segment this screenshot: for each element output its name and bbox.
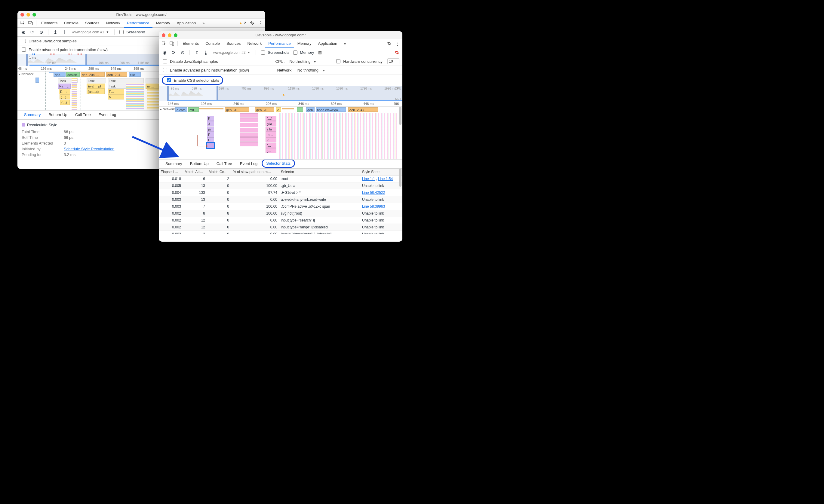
tab-application[interactable]: Application	[174, 19, 199, 28]
titlebar[interactable]: DevTools - www.google.com/	[17, 11, 265, 19]
tab-console[interactable]: Console	[202, 39, 223, 48]
tab-performance[interactable]: Performance	[265, 39, 294, 48]
table-row[interactable]: 0.00288100.00svg:not(:root)Unable to lin…	[159, 210, 402, 217]
col-slow-path[interactable]: % of slow-path non-m…	[231, 168, 279, 175]
tab-performance[interactable]: Performance	[124, 19, 152, 28]
dtab-selector-stats[interactable]: Selector Stats	[262, 159, 295, 168]
close-icon[interactable]	[20, 13, 24, 16]
stylesheet-link[interactable]: Line 58:39963	[362, 204, 385, 209]
more-icon[interactable]: ⋮	[393, 40, 401, 47]
cpu-select[interactable]: No throttling ▼	[290, 59, 317, 64]
stylesheet-link[interactable]: Line 1:54	[378, 177, 393, 181]
overview-minimap[interactable]: CPU NET 96 ms 396 ms 596 ms 796 ms 996 m…	[159, 86, 402, 101]
dtab-call-tree[interactable]: Call Tree	[213, 159, 236, 168]
tab-sources[interactable]: Sources	[82, 19, 103, 28]
selector-stats-table-wrap[interactable]: Elapsed …▼ Match Att… Match Co… % of slo…	[159, 168, 402, 234]
dtab-event-log[interactable]: Event Log	[95, 111, 120, 119]
tab-elements[interactable]: Elements	[180, 39, 202, 48]
clear-icon[interactable]: ⊘	[179, 49, 186, 56]
col-stylesheet[interactable]: Style Sheet	[360, 168, 402, 175]
tab-console[interactable]: Console	[61, 19, 82, 28]
table-row[interactable]: 0.005130100.00.gb_Uc aUnable to link	[159, 182, 402, 190]
warnings-badge[interactable]: ▲2	[237, 21, 248, 25]
css-selector-stats-checkbox[interactable]: Enable CSS selector stats	[166, 77, 219, 83]
table-row[interactable]: 0.0021200.00input[type="range" i]:disabl…	[159, 224, 402, 231]
range-handle-left[interactable]	[26, 54, 28, 66]
adv-paint-checkbox[interactable]: Enable advanced paint instrumentation (s…	[162, 67, 249, 73]
tab-memory[interactable]: Memory	[294, 39, 315, 48]
inspect-icon[interactable]	[19, 19, 26, 27]
gear-icon[interactable]	[248, 19, 255, 27]
panel-tabs: Elements Console Sources Network Perform…	[159, 39, 402, 48]
clear-icon[interactable]: ⊘	[38, 29, 44, 35]
table-row[interactable]: 0.018620.00:rootLine 1:1 , Line 1:54	[159, 175, 402, 182]
scrollbar[interactable]	[399, 168, 402, 234]
hw-concurrency-input[interactable]	[387, 58, 399, 64]
dtab-summary[interactable]: Summary	[162, 159, 186, 168]
zoom-icon[interactable]	[174, 33, 178, 37]
memory-checkbox[interactable]: Memory	[292, 49, 314, 55]
minimize-icon[interactable]	[26, 13, 30, 16]
record-icon[interactable]: ◉	[161, 49, 168, 56]
stylesheet-link[interactable]: Line 1:1	[362, 177, 375, 181]
screenshots-checkbox[interactable]: Screensho	[118, 29, 145, 35]
minimize-icon[interactable]	[168, 33, 172, 37]
ruler[interactable]: 146 ms 196 ms 246 ms 296 ms 346 ms 396 m…	[159, 101, 402, 107]
download-icon[interactable]: ⭳	[61, 29, 68, 35]
col-match-count[interactable]: Match Co…	[207, 168, 231, 175]
reload-icon[interactable]: ⟳	[29, 29, 35, 35]
screenshots-checkbox[interactable]: Screenshots	[260, 49, 289, 55]
col-selector[interactable]: Selector	[279, 168, 360, 175]
tab-elements[interactable]: Elements	[38, 19, 61, 28]
table-row[interactable]: 0.004133097.74.HG1dvd > *Line 58:42522	[159, 190, 402, 196]
cpu-label: CPU:	[276, 59, 285, 64]
scrollbar[interactable]	[399, 107, 402, 159]
disable-js-checkbox[interactable]: Disable JavaScript samples	[162, 58, 218, 64]
dtab-event-log[interactable]: Event Log	[236, 159, 261, 168]
gear-icon[interactable]	[386, 40, 393, 47]
upload-icon[interactable]: ↥	[193, 49, 200, 56]
device-icon[interactable]	[27, 19, 34, 27]
tab-network[interactable]: Network	[103, 19, 124, 28]
tab-sources[interactable]: Sources	[223, 39, 244, 48]
recording-select[interactable]: www.google.com #2▼	[211, 49, 252, 56]
traffic-lights	[20, 13, 36, 16]
close-icon[interactable]	[162, 33, 166, 37]
range-handle-left[interactable]	[167, 86, 169, 101]
tab-network[interactable]: Network	[244, 39, 265, 48]
download-icon[interactable]: ⭳	[202, 49, 209, 56]
table-row[interactable]: 0.00370100.00.CqmPRe:active .oXqZxc span…	[159, 203, 402, 210]
dtab-bottom-up[interactable]: Bottom-Up	[187, 159, 212, 168]
tab-application[interactable]: Application	[315, 39, 340, 48]
dtab-bottom-up[interactable]: Bottom-Up	[45, 111, 71, 119]
record-icon[interactable]: ◉	[20, 29, 26, 35]
flame-chart[interactable]: ▸ Network e.com m=… gen_20… gen_20… c ge…	[159, 107, 402, 159]
reload-icon[interactable]: ⟳	[170, 49, 177, 56]
zoom-icon[interactable]	[32, 13, 36, 16]
network-select[interactable]: No throttling ▼	[297, 68, 325, 73]
tabs-more[interactable]: »	[341, 39, 349, 48]
recording-select[interactable]: www.google.com #1▼	[70, 29, 111, 35]
table-row[interactable]: 0.002200.00img:is([sizes="auto" i], [siz…	[159, 231, 402, 234]
inspect-icon[interactable]	[161, 40, 168, 47]
table-row[interactable]: 0.0031300.00a:-webkit-any-link:read-writ…	[159, 196, 402, 203]
tab-memory[interactable]: Memory	[153, 19, 173, 28]
stylesheet-link[interactable]: Line 58:42522	[362, 191, 385, 195]
col-match-attempts[interactable]: Match Att…	[183, 168, 207, 175]
table-row[interactable]: 0.0021200.00input[type="search" i]Unable…	[159, 217, 402, 224]
upload-icon[interactable]: ↥	[52, 29, 59, 35]
gear-icon[interactable]	[393, 49, 400, 56]
dtab-call-tree[interactable]: Call Tree	[72, 111, 94, 119]
disable-js-checkbox[interactable]: Disable JavaScript samples	[20, 38, 77, 44]
garbage-collect-icon[interactable]	[317, 49, 323, 56]
options-row-2: Enable advanced paint instrumentation (s…	[159, 66, 402, 75]
initiated-by-link[interactable]: Schedule Style Recalculation	[64, 147, 114, 151]
more-icon[interactable]: ⋮	[256, 19, 264, 27]
tabs-more[interactable]: »	[199, 19, 207, 28]
hw-concurrency-checkbox[interactable]: Hardware concurrency	[335, 58, 383, 64]
col-elapsed[interactable]: Elapsed …▼	[159, 168, 183, 175]
titlebar[interactable]: DevTools - www.google.com/	[159, 31, 402, 39]
dtab-summary[interactable]: Summary	[20, 111, 44, 119]
device-icon[interactable]	[169, 40, 176, 47]
adv-paint-checkbox[interactable]: Enable advanced paint instrumentation (s…	[20, 46, 108, 52]
